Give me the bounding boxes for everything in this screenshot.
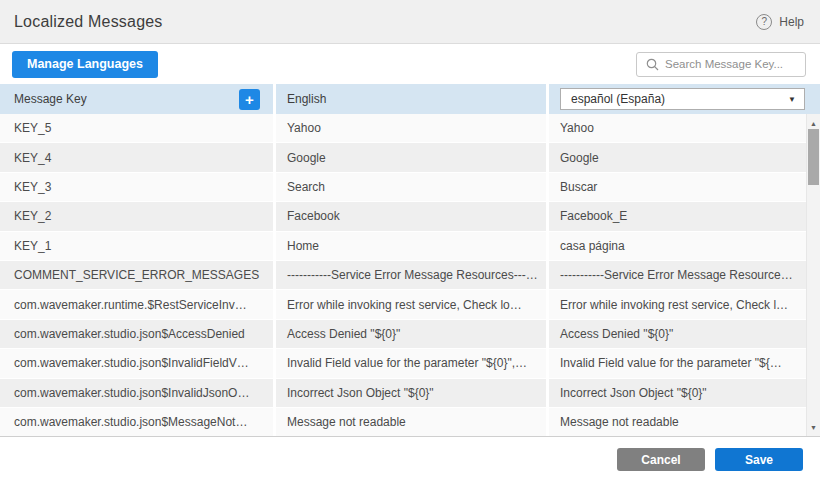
english-cell[interactable]: Invalid Field value for the parameter "$… [276,349,546,377]
message-key-cell[interactable]: com.wavemaker.runtime.$RestServiceInv… [0,290,273,318]
add-language-button[interactable]: + [239,89,260,110]
cancel-button[interactable]: Cancel [617,448,705,471]
table-header: Message Key + English español (España) ▼ [0,84,820,114]
translation-cell[interactable]: Google [549,143,806,171]
message-key-cell[interactable]: KEY_3 [0,173,273,201]
english-cell[interactable]: Home [276,232,546,260]
message-key-cell[interactable]: KEY_1 [0,232,273,260]
language-select-value: español (España) [571,92,665,106]
table-row: com.wavemaker.studio.json$InvalidJsonO… … [0,379,806,408]
message-key-cell[interactable]: com.wavemaker.studio.json$InvalidJsonO… [0,379,273,407]
english-cell[interactable]: Error while invoking rest service, Check… [276,290,546,318]
table-row: com.wavemaker.studio.json$InvalidFieldV…… [0,349,806,378]
english-cell[interactable]: Yahoo [276,114,546,142]
search-icon [646,58,659,71]
translation-cell[interactable]: casa página [549,232,806,260]
search-box[interactable] [636,52,806,77]
help-label: Help [779,15,804,29]
english-header-label: English [287,92,326,106]
help-question-icon: ? [756,14,772,30]
table-body: KEY_5 Yahoo Yahoo KEY_4 Google Google KE… [0,114,820,437]
help-button[interactable]: ? Help [756,14,804,30]
english-cell[interactable]: Access Denied "${0}" [276,320,546,348]
page-title: Localized Messages [14,13,163,31]
message-key-header-label: Message Key [14,92,87,106]
table-rows: KEY_5 Yahoo Yahoo KEY_4 Google Google KE… [0,114,806,437]
titlebar: Localized Messages ? Help [0,0,820,44]
message-key-cell[interactable]: KEY_4 [0,143,273,171]
message-key-cell[interactable]: com.wavemaker.studio.json$MessageNot… [0,408,273,436]
localized-messages-dialog: Localized Messages ? Help Manage Languag… [0,0,820,487]
table-row: KEY_5 Yahoo Yahoo [0,114,806,143]
vertical-scrollbar[interactable]: ▲ ▼ [806,114,820,437]
column-header-english: English [276,84,546,114]
translation-cell[interactable]: Incorrect Json Object "${0}" [549,379,806,407]
table-row: KEY_1 Home casa página [0,232,806,261]
footer: Cancel Save [0,437,820,487]
translation-cell[interactable]: Access Denied "${0}" [549,320,806,348]
translation-cell[interactable]: Error while invoking rest service, Check… [549,290,806,318]
manage-languages-button[interactable]: Manage Languages [12,51,158,78]
table-row: com.wavemaker.studio.json$AccessDenied A… [0,320,806,349]
message-key-cell[interactable]: com.wavemaker.studio.json$InvalidFieldV… [0,349,273,377]
translation-cell[interactable]: Message not readable [549,408,806,436]
message-key-cell[interactable]: KEY_5 [0,114,273,142]
table-row: KEY_2 Facebook Facebook_E [0,202,806,231]
translation-cell[interactable]: Invalid Field value for the parameter "$… [549,349,806,377]
message-key-cell[interactable]: COMMENT_SERVICE_ERROR_MESSAGES [0,261,273,289]
message-key-cell[interactable]: KEY_2 [0,202,273,230]
chevron-down-icon: ▼ [788,95,796,104]
column-header-language: español (España) ▼ [549,84,820,114]
english-cell[interactable]: -----------Service Error Message Resourc… [276,261,546,289]
table-row: KEY_3 Search Buscar [0,173,806,202]
table-row: KEY_4 Google Google [0,143,806,172]
table-row: com.wavemaker.studio.json$MessageNot… Me… [0,408,806,437]
scroll-down-icon[interactable]: ▼ [807,421,820,434]
save-button[interactable]: Save [715,448,803,471]
plus-icon: + [245,91,254,108]
english-cell[interactable]: Search [276,173,546,201]
scrollbar-thumb[interactable] [808,129,819,185]
table-row: COMMENT_SERVICE_ERROR_MESSAGES ---------… [0,261,806,290]
toolbar: Manage Languages [0,44,820,84]
translation-cell[interactable]: Buscar [549,173,806,201]
translation-cell[interactable]: -----------Service Error Message Resourc… [549,261,806,289]
column-header-message-key: Message Key + [0,84,273,114]
english-cell[interactable]: Incorrect Json Object "${0}" [276,379,546,407]
english-cell[interactable]: Facebook [276,202,546,230]
search-input[interactable] [665,58,805,70]
message-key-cell[interactable]: com.wavemaker.studio.json$AccessDenied [0,320,273,348]
language-select[interactable]: español (España) ▼ [560,88,805,110]
translation-cell[interactable]: Yahoo [549,114,806,142]
table-row: com.wavemaker.runtime.$RestServiceInv… E… [0,290,806,319]
english-cell[interactable]: Message not readable [276,408,546,436]
english-cell[interactable]: Google [276,143,546,171]
translation-cell[interactable]: Facebook_E [549,202,806,230]
